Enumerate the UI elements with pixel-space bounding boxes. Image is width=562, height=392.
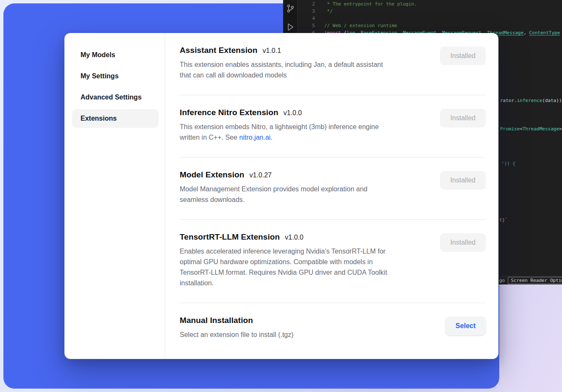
code-token: ContentType	[529, 30, 560, 36]
nitro-installed-button[interactable]: Installed	[440, 109, 486, 127]
code-token: (	[542, 98, 545, 103]
code-area: 2 * The entrypoint for the plugin. 3 */ …	[298, 0, 562, 36]
line-number: 3	[298, 8, 315, 15]
code-token: inference	[517, 98, 543, 103]
manual-install-select-button[interactable]: Select	[445, 317, 486, 335]
status-bar-text: go	[499, 277, 505, 284]
extension-row-assistant: Assistant Extension v1.0.1 This extensio…	[180, 33, 486, 95]
extension-description: This extension enables assistants, inclu…	[180, 59, 383, 80]
extension-info: Manual Installation Select an extension …	[180, 316, 294, 340]
extension-row-tensorrt-llm: TensortRT-LLM Extension v1.0.0 Enables a…	[180, 220, 486, 303]
extension-info: TensortRT-LLM Extension v1.0.0 Enables a…	[180, 232, 387, 288]
code-fragment-promise: Promise<ThreadMessage>	[500, 125, 562, 133]
sidebar-item-my-models[interactable]: My Models	[72, 46, 159, 64]
code-text: // Web / extension runtime	[315, 22, 397, 29]
manual-installation-title: Manual Installation	[180, 316, 253, 325]
editor-status-bar: go Screen Reader Optimized	[487, 276, 562, 284]
extension-info: Assistant Extension v1.0.1 This extensio…	[180, 46, 383, 80]
sidebar-item-extensions[interactable]: Extensions	[72, 109, 159, 128]
assistant-installed-button[interactable]: Installed	[440, 47, 486, 65]
code-text: * The entrypoint for the plugin.	[315, 0, 417, 8]
code-line: 4	[298, 15, 562, 22]
extension-description: This extension embeds Nitro, a lightweig…	[180, 121, 379, 143]
code-fragment-template: t}`	[499, 216, 508, 224]
page-background: 2 * The entrypoint for the plugin. 3 */ …	[0, 0, 562, 392]
source-control-icon[interactable]	[285, 3, 295, 14]
code-token: `	[505, 217, 508, 223]
code-line: 2 * The entrypoint for the plugin.	[298, 0, 562, 8]
extension-title-row: TensortRT-LLM Extension v1.0.0	[180, 232, 387, 242]
extension-description: Model Management Extension provides mode…	[180, 184, 367, 205]
extension-info: Model Extension v1.0.27 Model Management…	[180, 170, 367, 205]
code-fragment-inference: rator.inference(data));	[500, 97, 562, 104]
code-token: rator.	[500, 98, 517, 103]
extension-description: Enables accelerated inference leveraging…	[180, 246, 387, 288]
settings-sidebar: My Models My Settings Advanced Settings …	[64, 33, 165, 359]
extension-title: Assistant Extension	[180, 46, 258, 55]
extension-title-row: Inference Nitro Extension v1.0.0	[180, 108, 379, 117]
code-token: ThreadMessage	[523, 126, 559, 132]
code-token: t}	[499, 217, 505, 223]
extension-version: v1.0.0	[285, 234, 303, 241]
code-token: data	[545, 98, 556, 103]
code-fragment-brace: ')) {	[501, 160, 515, 167]
settings-modal: My Models My Settings Advanced Settings …	[64, 33, 498, 359]
code-text	[315, 15, 324, 22]
extension-title-row: Manual Installation	[180, 316, 294, 325]
extension-version: v1.0.1	[263, 47, 281, 55]
model-installed-button[interactable]: Installed	[440, 171, 486, 190]
manual-installation-description: Select an extension file to install (.tg…	[180, 329, 294, 340]
line-number: 4	[298, 15, 315, 22]
extension-title: Inference Nitro Extension	[180, 108, 278, 117]
code-line: 5 // Web / extension runtime	[298, 22, 562, 29]
tensorrt-installed-button[interactable]: Installed	[440, 233, 486, 252]
extension-version: v1.0.0	[284, 109, 302, 117]
extension-title: Model Extension	[180, 170, 244, 179]
line-number: 2	[298, 0, 315, 8]
extensions-panel: Assistant Extension v1.0.1 This extensio…	[165, 33, 498, 359]
line-number: 5	[298, 22, 315, 29]
code-token: '	[501, 161, 504, 166]
extension-title-row: Assistant Extension v1.0.1	[180, 46, 383, 55]
extension-version: v1.0.27	[249, 171, 271, 179]
code-line: 3 */	[298, 8, 562, 15]
code-token: ));	[556, 98, 562, 103]
code-token: <	[520, 126, 523, 132]
description-text: This extension embeds Nitro, a lightweig…	[180, 123, 379, 141]
extension-row-model: Model Extension v1.0.27 Model Management…	[180, 157, 486, 220]
code-token: )) {	[504, 161, 516, 166]
extension-title-row: Model Extension v1.0.27	[180, 170, 367, 179]
code-token: ,	[523, 30, 529, 36]
sidebar-item-advanced-settings[interactable]: Advanced Settings	[72, 88, 159, 107]
sidebar-item-my-settings[interactable]: My Settings	[72, 67, 159, 86]
code-text: */	[315, 8, 333, 15]
extension-info: Inference Nitro Extension v1.0.0 This ex…	[180, 108, 379, 143]
manual-installation-row: Manual Installation Select an extension …	[180, 303, 486, 348]
run-debug-icon[interactable]	[285, 22, 295, 32]
nitro-jan-ai-link[interactable]: nitro.jan.ai.	[239, 134, 273, 141]
code-token: >	[559, 126, 562, 132]
screen-reader-optimized-badge[interactable]: Screen Reader Optimized	[508, 277, 562, 284]
extension-row-inference-nitro: Inference Nitro Extension v1.0.0 This ex…	[180, 95, 486, 157]
extension-title: TensortRT-LLM Extension	[180, 232, 280, 242]
code-token: Promise	[500, 126, 520, 132]
